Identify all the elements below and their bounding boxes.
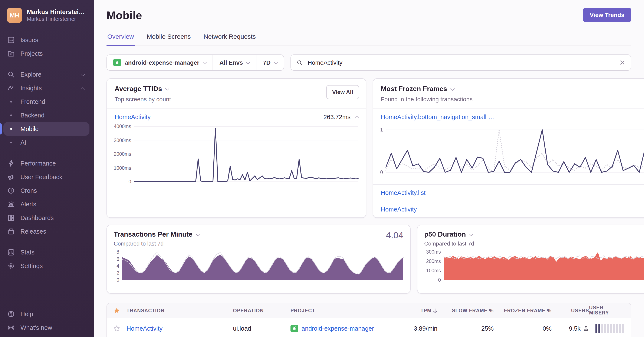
tpm-dropdown[interactable]: Transactions Per Minute <box>114 231 403 238</box>
search-icon <box>7 71 15 78</box>
sidebar-item-alerts[interactable]: Alerts <box>4 197 90 211</box>
transaction-link[interactable]: HomeActivity.list <box>381 189 426 196</box>
transaction-link[interactable]: HomeActivity <box>126 325 233 332</box>
plot-area <box>122 252 403 280</box>
sidebar-item-frontend[interactable]: Frontend <box>4 95 90 108</box>
users-cell: 9.5k <box>569 325 589 332</box>
sidebar-item-label: Explore <box>20 71 41 78</box>
sidebar-item-ai[interactable]: AI <box>4 136 90 149</box>
sidebar-item-explore[interactable]: Explore <box>4 68 90 81</box>
column-header-frozen-frame[interactable]: Frozen Frame % <box>504 308 552 313</box>
sidebar-item-label: Frontend <box>20 98 45 105</box>
sidebar-item-label: Releases <box>20 228 46 235</box>
y-axis-label: 0 <box>438 278 441 283</box>
bullet-icon <box>7 114 15 116</box>
y-axis-label: 4 <box>116 263 119 269</box>
tpm-chart: 86420 <box>114 252 403 280</box>
frozen-transaction-row[interactable]: HomeActivity.list 0.071 <box>373 185 644 201</box>
star-icon[interactable] <box>113 307 120 314</box>
tab-mobile-screens[interactable]: Mobile Screens <box>146 33 192 45</box>
sidebar-item-user-feedback[interactable]: User Feedback <box>4 170 90 184</box>
page-title: Mobile <box>106 8 631 22</box>
app-window: MH Markus Hintersteiner Markus Hinterste… <box>0 0 644 337</box>
column-header-transaction[interactable]: Transaction <box>126 308 233 313</box>
ttid-transaction-row[interactable]: HomeActivity 263.72ms <box>107 108 366 125</box>
sidebar-item-label: Mobile <box>20 125 38 132</box>
sidebar-item-performance[interactable]: Performance <box>4 157 90 170</box>
sidebar-item-help[interactable]: Help <box>4 307 90 321</box>
sidebar-item-insights[interactable]: Insights <box>4 81 90 95</box>
projects-icon <box>7 50 15 57</box>
y-axis-label: 8 <box>116 249 119 255</box>
column-header-project[interactable]: Project <box>290 308 393 313</box>
sidebar-item-label: AI <box>20 139 26 146</box>
view-all-button[interactable]: View All <box>326 85 359 99</box>
column-header-users[interactable]: Users <box>571 308 589 313</box>
project-cell: android-expense-manager <box>290 325 393 332</box>
y-axis-label: 200ms <box>426 259 441 264</box>
column-header-tpm[interactable]: TPM <box>420 308 438 313</box>
average-ttids-dropdown[interactable]: Average TTIDs <box>114 85 358 93</box>
y-axis-label: 0 <box>116 278 119 283</box>
sidebar-item-releases[interactable]: Releases <box>4 225 90 238</box>
sidebar-item-stats[interactable]: Stats <box>4 246 90 259</box>
sidebar-item-crons[interactable]: Crons <box>4 184 90 197</box>
user-misery-bar <box>616 324 618 333</box>
environment-filter[interactable]: All Envs <box>213 55 256 70</box>
chevron-down-icon <box>450 86 454 90</box>
clear-search-icon[interactable] <box>619 59 625 65</box>
user-misery-bar <box>622 324 624 333</box>
sidebar-item-issues[interactable]: Issues <box>4 33 90 47</box>
bullet-icon <box>7 128 15 130</box>
column-header-operation[interactable]: Operation <box>233 308 290 313</box>
star-outline-icon[interactable] <box>113 325 120 332</box>
lightning-icon <box>7 160 15 167</box>
y-axis: 300ms200ms100ms0 <box>424 252 444 280</box>
column-header-slow-frame[interactable]: Slow Frame % <box>452 308 494 313</box>
search-input[interactable] <box>307 59 616 66</box>
project-filter[interactable]: android-expense-manager <box>107 55 212 70</box>
frozen-frames-chart: 10 <box>373 129 644 172</box>
chevron-up-icon[interactable] <box>354 115 359 120</box>
org-name: Markus Hintersteiner <box>27 8 87 15</box>
project-link[interactable]: android-expense-manager <box>302 325 374 332</box>
y-axis: 10 <box>378 130 386 172</box>
sidebar-item-backend[interactable]: Backend <box>4 108 90 122</box>
view-trends-button[interactable]: View Trends <box>583 8 631 22</box>
operation-cell: ui.load <box>233 325 290 332</box>
sidebar-item-label: What's new <box>20 324 52 331</box>
transaction-link[interactable]: HomeActivity <box>114 114 150 120</box>
sidebar-item-mobile[interactable]: Mobile <box>4 122 90 136</box>
y-axis: 4000ms3000ms2000ms1000ms0 <box>112 126 134 182</box>
plot-area <box>134 126 358 182</box>
frozen-transaction-row[interactable]: HomeActivity.bottom_navigation_small … 0… <box>373 108 644 125</box>
project-filter-value: android-expense-manager <box>125 59 199 66</box>
frozen-transaction-row[interactable]: HomeActivity 0.01 <box>373 201 644 217</box>
tab-network-requests[interactable]: Network Requests <box>203 33 256 45</box>
plot-area <box>444 252 644 280</box>
android-project-icon <box>113 59 121 66</box>
tab-overview[interactable]: Overview <box>106 33 135 45</box>
chevron-down-icon <box>196 232 200 236</box>
sidebar-item-settings[interactable]: Settings <box>4 259 90 273</box>
org-user-switcher[interactable]: MH Markus Hintersteiner Markus Hinterste… <box>0 8 94 23</box>
megaphone-icon <box>7 173 15 181</box>
sidebar-item-projects[interactable]: Projects <box>4 47 90 60</box>
card-subtitle: Found in the following transactions <box>381 96 644 102</box>
transaction-link[interactable]: HomeActivity.bottom_navigation_small … <box>381 114 494 120</box>
sidebar-item-label: Performance <box>20 160 56 167</box>
column-header-user-misery[interactable]: User Misery <box>589 305 624 316</box>
sidebar-item-dashboards[interactable]: Dashboards <box>4 211 90 225</box>
tpm-card: Transactions Per Minute 4.04 Compared to… <box>106 225 410 294</box>
date-range-filter[interactable]: 7D <box>256 55 284 70</box>
sidebar-item-whats-new[interactable]: What's new <box>4 321 90 335</box>
y-axis-label: 1000ms <box>114 165 131 170</box>
p50-dropdown[interactable]: p50 Duration <box>424 231 644 238</box>
most-frozen-frames-dropdown[interactable]: Most Frozen Frames <box>381 85 644 93</box>
transaction-link[interactable]: HomeActivity <box>381 206 417 213</box>
tpm-value: 4.04 <box>386 230 403 240</box>
user-name: Markus Hintersteiner <box>27 16 87 22</box>
y-axis-label: 0 <box>380 170 383 175</box>
ttid-value: 263.72ms <box>324 114 350 120</box>
user-misery-bar <box>598 324 600 333</box>
